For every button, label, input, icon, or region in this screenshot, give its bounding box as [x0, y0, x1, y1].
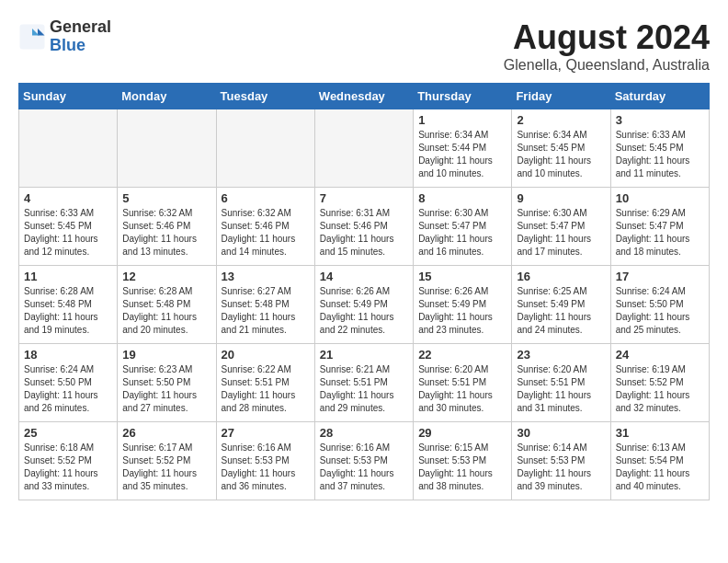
day-number: 25: [24, 426, 112, 440]
title-block: August 2024 Glenella, Queensland, Austra…: [504, 18, 710, 74]
calendar-table: SundayMondayTuesdayWednesdayThursdayFrid…: [18, 83, 710, 500]
day-number: 24: [616, 348, 704, 362]
calendar-cell: 21Sunrise: 6:21 AM Sunset: 5:51 PM Dayli…: [314, 344, 413, 422]
cell-info: Sunrise: 6:26 AM Sunset: 5:49 PM Dayligh…: [418, 285, 506, 337]
day-number: 15: [418, 270, 506, 283]
weekday-header: Saturday: [610, 84, 709, 109]
weekday-header: Thursday: [414, 84, 512, 109]
calendar-week-row: 25Sunrise: 6:18 AM Sunset: 5:52 PM Dayli…: [19, 422, 710, 500]
day-number: 26: [122, 426, 210, 440]
cell-info: Sunrise: 6:34 AM Sunset: 5:44 PM Dayligh…: [418, 129, 506, 180]
cell-info: Sunrise: 6:34 AM Sunset: 5:45 PM Dayligh…: [517, 129, 605, 180]
cell-info: Sunrise: 6:31 AM Sunset: 5:46 PM Dayligh…: [320, 207, 408, 259]
calendar-cell: 25Sunrise: 6:18 AM Sunset: 5:52 PM Dayli…: [19, 422, 118, 500]
day-number: 14: [320, 270, 408, 283]
day-number: 1: [418, 113, 506, 127]
calendar-week-row: 4Sunrise: 6:33 AM Sunset: 5:45 PM Daylig…: [19, 188, 710, 266]
cell-info: Sunrise: 6:24 AM Sunset: 5:50 PM Dayligh…: [616, 285, 704, 337]
day-number: 11: [24, 270, 112, 283]
day-number: 21: [320, 348, 408, 362]
day-number: 5: [122, 191, 210, 205]
day-number: 8: [418, 191, 506, 205]
cell-info: Sunrise: 6:27 AM Sunset: 5:48 PM Dayligh…: [222, 285, 310, 337]
day-number: 22: [418, 348, 506, 362]
weekday-header: Wednesday: [314, 84, 413, 109]
day-number: 20: [222, 348, 310, 362]
weekday-header-row: SundayMondayTuesdayWednesdayThursdayFrid…: [19, 84, 710, 109]
calendar-cell: 22Sunrise: 6:20 AM Sunset: 5:51 PM Dayli…: [414, 344, 512, 422]
calendar-cell: 1Sunrise: 6:34 AM Sunset: 5:44 PM Daylig…: [414, 109, 512, 188]
day-number: 31: [616, 426, 704, 440]
calendar-cell: 29Sunrise: 6:15 AM Sunset: 5:53 PM Dayli…: [414, 422, 512, 500]
cell-info: Sunrise: 6:33 AM Sunset: 5:45 PM Dayligh…: [616, 129, 704, 180]
calendar-cell: [118, 109, 216, 188]
calendar-cell: 10Sunrise: 6:29 AM Sunset: 5:47 PM Dayli…: [610, 188, 709, 266]
month-year: August 2024: [504, 18, 710, 57]
cell-info: Sunrise: 6:28 AM Sunset: 5:48 PM Dayligh…: [24, 285, 112, 337]
calendar-week-row: 11Sunrise: 6:28 AM Sunset: 5:48 PM Dayli…: [19, 266, 710, 344]
weekday-header: Friday: [512, 84, 610, 109]
day-number: 12: [122, 270, 210, 283]
cell-info: Sunrise: 6:24 AM Sunset: 5:50 PM Dayligh…: [24, 363, 112, 415]
cell-info: Sunrise: 6:30 AM Sunset: 5:47 PM Dayligh…: [418, 207, 506, 259]
cell-info: Sunrise: 6:22 AM Sunset: 5:51 PM Dayligh…: [222, 363, 310, 415]
calendar-cell: 31Sunrise: 6:13 AM Sunset: 5:54 PM Dayli…: [610, 422, 709, 500]
calendar-cell: [19, 109, 118, 188]
calendar-cell: 6Sunrise: 6:32 AM Sunset: 5:46 PM Daylig…: [216, 188, 314, 266]
calendar-cell: 7Sunrise: 6:31 AM Sunset: 5:46 PM Daylig…: [314, 188, 413, 266]
calendar-cell: 24Sunrise: 6:19 AM Sunset: 5:52 PM Dayli…: [610, 344, 709, 422]
cell-info: Sunrise: 6:29 AM Sunset: 5:47 PM Dayligh…: [616, 207, 704, 259]
day-number: 10: [616, 191, 704, 205]
calendar-cell: 5Sunrise: 6:32 AM Sunset: 5:46 PM Daylig…: [118, 188, 216, 266]
cell-info: Sunrise: 6:32 AM Sunset: 5:46 PM Dayligh…: [122, 207, 210, 259]
day-number: 4: [24, 191, 112, 205]
logo-icon: [18, 23, 46, 51]
day-number: 7: [320, 191, 408, 205]
calendar-cell: 8Sunrise: 6:30 AM Sunset: 5:47 PM Daylig…: [414, 188, 512, 266]
cell-info: Sunrise: 6:32 AM Sunset: 5:46 PM Dayligh…: [222, 207, 310, 259]
day-number: 6: [222, 191, 310, 205]
calendar-cell: 14Sunrise: 6:26 AM Sunset: 5:49 PM Dayli…: [314, 266, 413, 344]
calendar-cell: 9Sunrise: 6:30 AM Sunset: 5:47 PM Daylig…: [512, 188, 610, 266]
cell-info: Sunrise: 6:19 AM Sunset: 5:52 PM Dayligh…: [616, 363, 704, 415]
page-header: General Blue August 2024 Glenella, Queen…: [18, 18, 710, 74]
cell-info: Sunrise: 6:18 AM Sunset: 5:52 PM Dayligh…: [24, 442, 112, 493]
day-number: 17: [616, 270, 704, 283]
day-number: 13: [222, 270, 310, 283]
calendar-cell: 16Sunrise: 6:25 AM Sunset: 5:49 PM Dayli…: [512, 266, 610, 344]
logo: General Blue: [18, 18, 111, 55]
calendar-cell: 12Sunrise: 6:28 AM Sunset: 5:48 PM Dayli…: [118, 266, 216, 344]
day-number: 29: [418, 426, 506, 440]
cell-info: Sunrise: 6:14 AM Sunset: 5:53 PM Dayligh…: [517, 442, 605, 493]
calendar-cell: 19Sunrise: 6:23 AM Sunset: 5:50 PM Dayli…: [118, 344, 216, 422]
day-number: 18: [24, 348, 112, 362]
day-number: 16: [517, 270, 605, 283]
location: Glenella, Queensland, Australia: [504, 57, 710, 74]
cell-info: Sunrise: 6:25 AM Sunset: 5:49 PM Dayligh…: [517, 285, 605, 337]
calendar-cell: 28Sunrise: 6:16 AM Sunset: 5:53 PM Dayli…: [314, 422, 413, 500]
cell-info: Sunrise: 6:21 AM Sunset: 5:51 PM Dayligh…: [320, 363, 408, 415]
cell-info: Sunrise: 6:17 AM Sunset: 5:52 PM Dayligh…: [122, 442, 210, 493]
calendar-cell: 20Sunrise: 6:22 AM Sunset: 5:51 PM Dayli…: [216, 344, 314, 422]
cell-info: Sunrise: 6:26 AM Sunset: 5:49 PM Dayligh…: [320, 285, 408, 337]
calendar-cell: 3Sunrise: 6:33 AM Sunset: 5:45 PM Daylig…: [610, 109, 709, 188]
calendar-cell: 13Sunrise: 6:27 AM Sunset: 5:48 PM Dayli…: [216, 266, 314, 344]
day-number: 23: [517, 348, 605, 362]
day-number: 9: [517, 191, 605, 205]
day-number: 2: [517, 113, 605, 127]
logo-general: General: [50, 17, 111, 36]
cell-info: Sunrise: 6:16 AM Sunset: 5:53 PM Dayligh…: [320, 442, 408, 493]
day-number: 30: [517, 426, 605, 440]
cell-info: Sunrise: 6:15 AM Sunset: 5:53 PM Dayligh…: [418, 442, 506, 493]
weekday-header: Monday: [118, 84, 216, 109]
day-number: 27: [222, 426, 310, 440]
calendar-cell: 17Sunrise: 6:24 AM Sunset: 5:50 PM Dayli…: [610, 266, 709, 344]
logo-text: General Blue: [50, 18, 111, 55]
calendar-cell: [216, 109, 314, 188]
cell-info: Sunrise: 6:23 AM Sunset: 5:50 PM Dayligh…: [122, 363, 210, 415]
calendar-cell: 26Sunrise: 6:17 AM Sunset: 5:52 PM Dayli…: [118, 422, 216, 500]
cell-info: Sunrise: 6:28 AM Sunset: 5:48 PM Dayligh…: [122, 285, 210, 337]
calendar-cell: 18Sunrise: 6:24 AM Sunset: 5:50 PM Dayli…: [19, 344, 118, 422]
cell-info: Sunrise: 6:13 AM Sunset: 5:54 PM Dayligh…: [616, 442, 704, 493]
cell-info: Sunrise: 6:16 AM Sunset: 5:53 PM Dayligh…: [222, 442, 310, 493]
